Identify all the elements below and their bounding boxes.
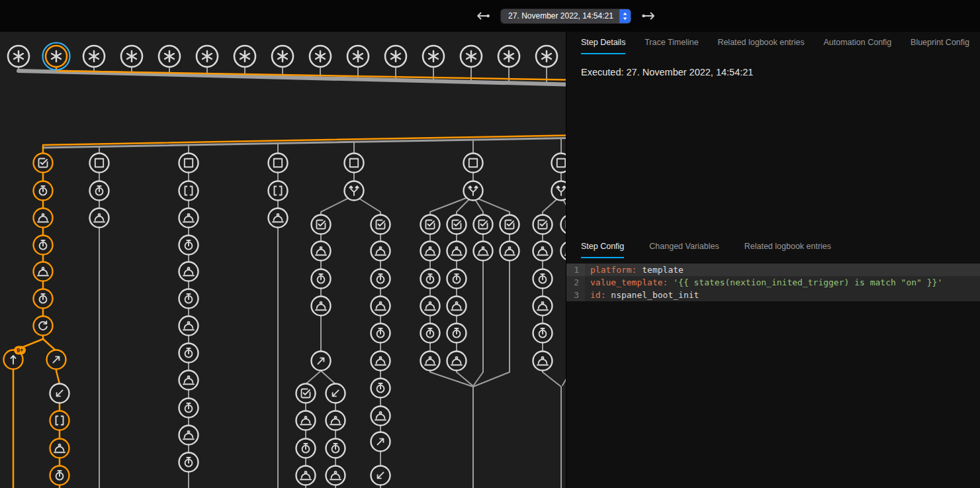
trigger-node[interactable] bbox=[498, 46, 519, 67]
trigger-node[interactable] bbox=[197, 46, 218, 67]
checkbox-node[interactable] bbox=[345, 154, 364, 173]
timer-node[interactable] bbox=[34, 181, 53, 201]
trigger-node[interactable] bbox=[461, 46, 482, 67]
service-node[interactable] bbox=[421, 352, 440, 371]
timer-node[interactable] bbox=[179, 453, 199, 472]
trigger-node[interactable] bbox=[159, 46, 180, 67]
trigger-node[interactable] bbox=[83, 46, 105, 67]
service-node[interactable] bbox=[421, 297, 440, 316]
service-node[interactable] bbox=[179, 371, 199, 390]
arrow-up-right-node[interactable] bbox=[371, 432, 390, 452]
run-selector[interactable]: 27. November 2022, 14:54:21 bbox=[501, 9, 631, 23]
timer-node[interactable] bbox=[371, 269, 390, 289]
service-node[interactable] bbox=[179, 262, 199, 281]
service-node[interactable] bbox=[179, 209, 199, 228]
brackets-node[interactable] bbox=[269, 181, 288, 201]
timer-node[interactable] bbox=[447, 324, 467, 343]
tab-related-logbook-entries[interactable]: Related logbook entries bbox=[717, 32, 804, 54]
trigger-node[interactable] bbox=[385, 46, 406, 67]
service-node[interactable] bbox=[34, 262, 53, 281]
timer-node[interactable] bbox=[312, 269, 331, 289]
service-node[interactable] bbox=[533, 297, 553, 316]
service-node[interactable] bbox=[312, 242, 331, 261]
tab-automation-config[interactable]: Automation Config bbox=[823, 32, 891, 54]
condition-node[interactable] bbox=[371, 215, 390, 234]
tab-trace-timeline[interactable]: Trace Timeline bbox=[645, 32, 699, 54]
service-node[interactable] bbox=[500, 242, 519, 261]
timer-node[interactable] bbox=[34, 236, 53, 255]
service-node[interactable] bbox=[533, 352, 553, 371]
service-node[interactable] bbox=[90, 209, 109, 228]
condition-node[interactable] bbox=[561, 215, 566, 234]
condition-node[interactable] bbox=[312, 215, 331, 234]
timer-node[interactable] bbox=[371, 324, 390, 343]
split-node[interactable] bbox=[464, 181, 483, 201]
service-node[interactable] bbox=[533, 242, 553, 261]
timer-node[interactable] bbox=[421, 269, 440, 289]
tab-changed-variables[interactable]: Changed Variables bbox=[649, 236, 719, 258]
timer-node[interactable] bbox=[90, 181, 109, 201]
service-node[interactable] bbox=[371, 352, 390, 371]
service-node[interactable] bbox=[34, 209, 53, 228]
checkbox-node[interactable] bbox=[552, 154, 566, 173]
service-node[interactable] bbox=[474, 242, 493, 261]
checkbox-node[interactable] bbox=[90, 154, 109, 173]
trace-graph-pane[interactable]: 9+ bbox=[0, 32, 566, 488]
condition-node[interactable] bbox=[474, 215, 493, 234]
tab-step-config[interactable]: Step Config bbox=[581, 236, 624, 258]
split-node[interactable] bbox=[345, 181, 364, 201]
tab-blueprint-config[interactable]: Blueprint Config bbox=[911, 32, 969, 54]
brackets-node[interactable] bbox=[179, 181, 199, 201]
arrow-down-left-node[interactable] bbox=[50, 384, 69, 403]
condition-node[interactable] bbox=[296, 384, 316, 403]
arrow-up-node[interactable]: 9+ bbox=[4, 346, 26, 369]
condition-node[interactable] bbox=[447, 215, 467, 234]
service-node[interactable] bbox=[296, 411, 316, 430]
timer-node[interactable] bbox=[326, 439, 345, 458]
arrow-up-right-node[interactable] bbox=[47, 350, 66, 369]
trigger-node[interactable] bbox=[272, 46, 293, 67]
arrow-down-left-node[interactable] bbox=[371, 466, 390, 485]
timer-node[interactable] bbox=[179, 289, 199, 309]
service-node[interactable] bbox=[269, 209, 288, 228]
condition-node[interactable] bbox=[533, 215, 553, 234]
previous-run-icon[interactable] bbox=[474, 8, 490, 24]
arrow-up-right-node[interactable] bbox=[312, 352, 331, 371]
timer-node[interactable] bbox=[34, 289, 53, 309]
service-node[interactable] bbox=[371, 297, 390, 316]
checkbox-node[interactable] bbox=[179, 154, 199, 173]
brackets-node[interactable] bbox=[50, 411, 69, 430]
trigger-node[interactable] bbox=[121, 46, 142, 67]
trigger-node[interactable] bbox=[347, 46, 369, 67]
checkbox-node[interactable] bbox=[269, 154, 288, 173]
condition-node[interactable] bbox=[421, 215, 440, 234]
service-node[interactable] bbox=[371, 407, 390, 426]
next-run-icon[interactable] bbox=[641, 8, 657, 24]
service-node[interactable] bbox=[179, 426, 199, 445]
timer-node[interactable] bbox=[50, 466, 69, 485]
timer-node[interactable] bbox=[371, 379, 390, 398]
service-node[interactable] bbox=[447, 297, 467, 316]
timer-node[interactable] bbox=[179, 399, 199, 418]
service-node[interactable] bbox=[447, 352, 467, 371]
tab-related-logbook-entries-bottom[interactable]: Related logbook entries bbox=[744, 236, 831, 258]
arrow-down-left-node[interactable] bbox=[326, 384, 345, 403]
trigger-node[interactable] bbox=[43, 43, 70, 70]
timer-node[interactable] bbox=[533, 324, 553, 343]
timer-node[interactable] bbox=[296, 439, 316, 458]
checkbox-node[interactable] bbox=[464, 154, 483, 173]
timer-node[interactable] bbox=[179, 236, 199, 255]
split-node[interactable] bbox=[552, 181, 566, 201]
trigger-node[interactable] bbox=[8, 46, 29, 67]
service-node[interactable] bbox=[312, 297, 331, 316]
timer-node[interactable] bbox=[533, 269, 553, 289]
trigger-node[interactable] bbox=[310, 46, 331, 67]
repeat-node[interactable] bbox=[34, 317, 53, 336]
service-node[interactable] bbox=[371, 242, 390, 261]
service-node[interactable] bbox=[326, 411, 345, 430]
service-node[interactable] bbox=[326, 466, 345, 485]
trigger-node[interactable] bbox=[536, 46, 557, 67]
condition-node[interactable] bbox=[34, 154, 53, 173]
service-node[interactable] bbox=[561, 242, 566, 261]
trigger-node[interactable] bbox=[423, 46, 444, 67]
